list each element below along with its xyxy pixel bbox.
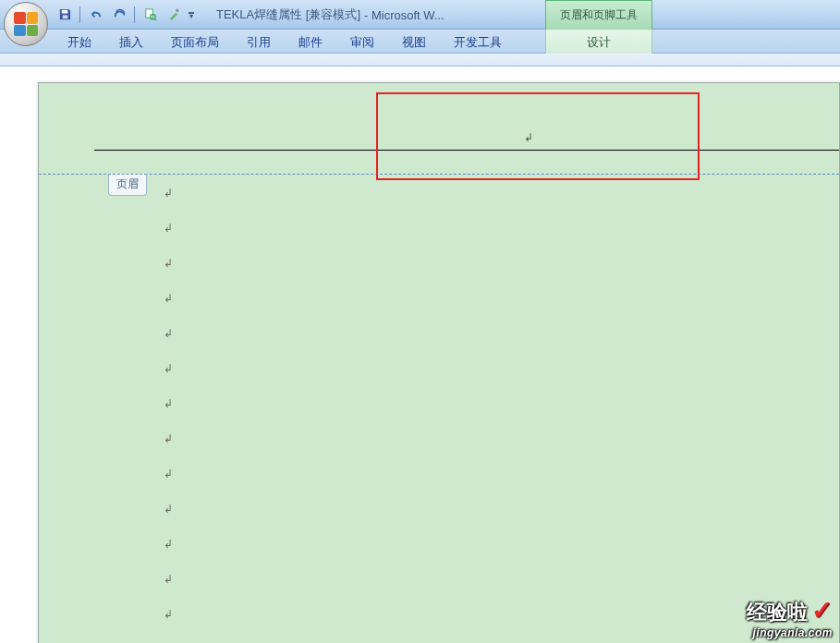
paragraph-mark: ↲ bbox=[524, 131, 533, 144]
svg-rect-1 bbox=[62, 15, 67, 18]
undo-button[interactable] bbox=[84, 5, 106, 25]
document-area: ↲ 页眉 ↲ ↲ ↲ ↲ ↲ ↲ ↲ ↲ ↲ ↲ ↲ ↲ ↲ ↲ bbox=[0, 67, 840, 643]
qat-customize-dropdown[interactable] bbox=[187, 5, 196, 25]
window-title: TEKLA焊缝属性 [兼容模式] - Microsoft W... bbox=[216, 0, 444, 30]
header-region[interactable]: ↲ bbox=[39, 83, 839, 174]
header-tag: 页眉 bbox=[108, 174, 147, 196]
redo-button[interactable] bbox=[108, 5, 130, 25]
paragraph-mark: ↲ bbox=[164, 351, 173, 386]
body-region: ↲ ↲ ↲ ↲ ↲ ↲ ↲ ↲ ↲ ↲ ↲ ↲ ↲ ↲ bbox=[164, 176, 173, 643]
tab-insert[interactable]: 插入 bbox=[105, 30, 157, 53]
svg-line-5 bbox=[154, 18, 156, 20]
svg-rect-6 bbox=[176, 9, 178, 12]
svg-rect-0 bbox=[61, 10, 67, 14]
paragraph-mark: ↲ bbox=[164, 246, 173, 281]
save-icon bbox=[58, 7, 72, 21]
app-name: - Microsoft W... bbox=[364, 8, 444, 22]
context-tools-label: 页眉和页脚工具 bbox=[545, 0, 652, 30]
paragraph-mark: ↲ bbox=[164, 176, 173, 211]
header-boundary-dashed bbox=[39, 174, 839, 175]
tab-view[interactable]: 视图 bbox=[388, 30, 440, 53]
tab-mail[interactable]: 邮件 bbox=[285, 30, 336, 53]
ribbon-tabs: 开始 插入 页面布局 引用 邮件 审阅 视图 开发工具 设计 bbox=[0, 30, 840, 54]
office-logo-icon bbox=[14, 12, 38, 36]
paragraph-mark: ↲ bbox=[164, 281, 173, 316]
ribbon-content bbox=[0, 54, 840, 67]
paragraph-mark: ↲ bbox=[164, 527, 173, 562]
paragraph-mark: ↲ bbox=[164, 632, 173, 643]
paragraph-mark: ↲ bbox=[164, 421, 173, 456]
qat-separator bbox=[79, 6, 80, 23]
document-name: TEKLA焊缝属性 [兼容模式] bbox=[216, 6, 360, 23]
tab-design[interactable]: 设计 bbox=[545, 30, 652, 54]
tab-page-layout[interactable]: 页面布局 bbox=[157, 30, 233, 53]
header-underline bbox=[94, 150, 839, 151]
title-bar: TEKLA焊缝属性 [兼容模式] - Microsoft W... 页眉和页脚工… bbox=[0, 0, 840, 30]
redo-icon bbox=[113, 7, 127, 21]
tab-review[interactable]: 审阅 bbox=[336, 30, 388, 53]
paragraph-mark: ↲ bbox=[164, 491, 173, 527]
paragraph-mark: ↲ bbox=[164, 562, 173, 597]
qat-separator bbox=[134, 6, 135, 23]
paragraph-mark: ↲ bbox=[164, 211, 173, 246]
paragraph-mark: ↲ bbox=[164, 456, 173, 491]
paragraph-mark: ↲ bbox=[164, 386, 173, 421]
tool-icon bbox=[167, 7, 181, 21]
tab-developer[interactable]: 开发工具 bbox=[440, 30, 516, 53]
print-preview-icon bbox=[143, 7, 157, 21]
tab-home[interactable]: 开始 bbox=[54, 30, 105, 53]
undo-icon bbox=[89, 7, 103, 21]
paragraph-mark: ↲ bbox=[164, 316, 173, 351]
tab-references[interactable]: 引用 bbox=[233, 30, 285, 53]
office-button[interactable] bbox=[4, 2, 48, 46]
qat-extra-button[interactable] bbox=[163, 5, 185, 25]
print-preview-button[interactable] bbox=[139, 5, 161, 25]
paragraph-mark: ↲ bbox=[164, 597, 173, 632]
save-button[interactable] bbox=[54, 5, 76, 25]
quick-access-toolbar bbox=[54, 0, 196, 29]
page[interactable]: ↲ 页眉 ↲ ↲ ↲ ↲ ↲ ↲ ↲ ↲ ↲ ↲ ↲ ↲ ↲ ↲ bbox=[38, 82, 840, 643]
svg-rect-3 bbox=[145, 9, 152, 18]
